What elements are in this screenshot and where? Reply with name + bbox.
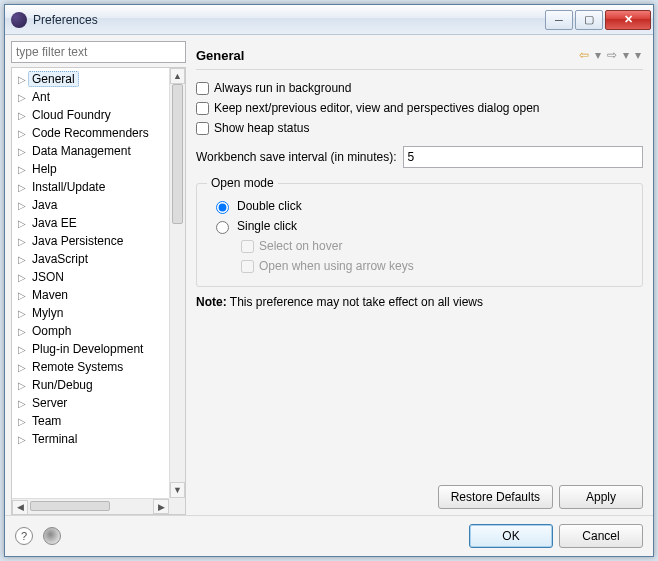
tree-item[interactable]: ▷Ant: [12, 88, 169, 106]
save-interval-input[interactable]: [403, 146, 643, 168]
page-nav: ⇦ ▾ ⇨ ▾ ▾: [577, 48, 643, 62]
tree-item[interactable]: ▷Java EE: [12, 214, 169, 232]
expand-icon[interactable]: ▷: [18, 218, 28, 229]
tree-horizontal-scrollbar[interactable]: ◀ ▶: [12, 498, 169, 514]
radio-label: Double click: [237, 199, 302, 213]
checkbox-label: Open when using arrow keys: [259, 259, 414, 273]
expand-icon[interactable]: ▷: [18, 290, 28, 301]
scroll-down-icon[interactable]: ▼: [170, 482, 185, 498]
tree-vertical-scrollbar[interactable]: ▲ ▼: [169, 68, 185, 498]
restore-defaults-button[interactable]: Restore Defaults: [438, 485, 553, 509]
minimize-button[interactable]: ─: [545, 10, 573, 30]
expand-icon[interactable]: ▷: [18, 308, 28, 319]
checkbox-input[interactable]: [196, 102, 209, 115]
expand-icon[interactable]: ▷: [18, 236, 28, 247]
tree-item-label: Code Recommenders: [28, 125, 153, 141]
scroll-thumb[interactable]: [172, 84, 183, 224]
expand-icon[interactable]: ▷: [18, 92, 28, 103]
back-menu-icon[interactable]: ▾: [593, 48, 603, 62]
expand-icon[interactable]: ▷: [18, 326, 28, 337]
tree-item-label: Cloud Foundry: [28, 107, 115, 123]
expand-icon[interactable]: ▷: [18, 146, 28, 157]
radio-input[interactable]: [216, 221, 229, 234]
checkbox-run-background[interactable]: Always run in background: [196, 78, 643, 98]
expand-icon[interactable]: ▷: [18, 254, 28, 265]
tree-item[interactable]: ▷Data Management: [12, 142, 169, 160]
tree-item[interactable]: ▷JavaScript: [12, 250, 169, 268]
expand-icon[interactable]: ▷: [18, 128, 28, 139]
tree-item[interactable]: ▷Plug-in Development: [12, 340, 169, 358]
radio-single-click[interactable]: Single click: [207, 216, 632, 236]
tree-item[interactable]: ▷Server: [12, 394, 169, 412]
tree-item[interactable]: ▷General: [12, 70, 169, 88]
checkbox-label: Show heap status: [214, 121, 309, 135]
back-icon[interactable]: ⇦: [577, 48, 591, 62]
scroll-up-icon[interactable]: ▲: [170, 68, 185, 84]
maximize-button[interactable]: ▢: [575, 10, 603, 30]
tree-item[interactable]: ▷Java: [12, 196, 169, 214]
expand-icon[interactable]: ▷: [18, 182, 28, 193]
tree-item[interactable]: ▷Install/Update: [12, 178, 169, 196]
checkbox-input[interactable]: [196, 122, 209, 135]
save-interval-label: Workbench save interval (in minutes):: [196, 150, 397, 164]
tree-item[interactable]: ▷Code Recommenders: [12, 124, 169, 142]
tree-item[interactable]: ▷Terminal: [12, 430, 169, 448]
checkbox-input[interactable]: [196, 82, 209, 95]
tree-item-label: Plug-in Development: [28, 341, 147, 357]
expand-icon[interactable]: ▷: [18, 74, 28, 85]
tree-item[interactable]: ▷Maven: [12, 286, 169, 304]
tree-item[interactable]: ▷Help: [12, 160, 169, 178]
expand-icon[interactable]: ▷: [18, 416, 28, 427]
tree-item[interactable]: ▷Remote Systems: [12, 358, 169, 376]
forward-menu-icon[interactable]: ▾: [621, 48, 631, 62]
expand-icon[interactable]: ▷: [18, 200, 28, 211]
expand-icon[interactable]: ▷: [18, 380, 28, 391]
window-title: Preferences: [33, 13, 545, 27]
help-icon[interactable]: ?: [15, 527, 33, 545]
tree-item[interactable]: ▷Java Persistence: [12, 232, 169, 250]
right-pane: General ⇦ ▾ ⇨ ▾ ▾ Always run in backgrou…: [192, 41, 647, 515]
note-label: Note:: [196, 295, 227, 309]
expand-icon[interactable]: ▷: [18, 164, 28, 175]
tree-item[interactable]: ▷Oomph: [12, 322, 169, 340]
scroll-right-icon[interactable]: ▶: [153, 499, 169, 514]
checkbox-keep-dialog[interactable]: Keep next/previous editor, view and pers…: [196, 98, 643, 118]
scroll-corner: [169, 498, 185, 514]
expand-icon[interactable]: ▷: [18, 398, 28, 409]
checkbox-heap-status[interactable]: Show heap status: [196, 118, 643, 138]
tree-item-label: General: [28, 71, 79, 87]
tree-item-label: Remote Systems: [28, 359, 127, 375]
filter-input[interactable]: [11, 41, 186, 63]
import-export-icon[interactable]: [43, 527, 61, 545]
checkbox-input: [241, 260, 254, 273]
tree-item-label: Ant: [28, 89, 54, 105]
expand-icon[interactable]: ▷: [18, 434, 28, 445]
apply-button[interactable]: Apply: [559, 485, 643, 509]
tree-item[interactable]: ▷JSON: [12, 268, 169, 286]
tree-item[interactable]: ▷Cloud Foundry: [12, 106, 169, 124]
checkbox-label: Keep next/previous editor, view and pers…: [214, 101, 540, 115]
ok-button[interactable]: OK: [469, 524, 553, 548]
note: Note: This preference may not take effec…: [196, 295, 643, 309]
cancel-button[interactable]: Cancel: [559, 524, 643, 548]
expand-icon[interactable]: ▷: [18, 362, 28, 373]
preference-tree[interactable]: ▷General▷Ant▷Cloud Foundry▷Code Recommen…: [11, 67, 186, 515]
preferences-window: Preferences ─ ▢ ✕ ▷General▷Ant▷Cloud Fou…: [4, 4, 654, 557]
tree-item-label: Java: [28, 197, 61, 213]
tree-item-label: Help: [28, 161, 61, 177]
radio-input[interactable]: [216, 201, 229, 214]
expand-icon[interactable]: ▷: [18, 272, 28, 283]
expand-icon[interactable]: ▷: [18, 110, 28, 121]
view-menu-icon[interactable]: ▾: [633, 48, 643, 62]
scroll-thumb[interactable]: [30, 501, 110, 511]
app-icon: [11, 12, 27, 28]
expand-icon[interactable]: ▷: [18, 344, 28, 355]
close-button[interactable]: ✕: [605, 10, 651, 30]
tree-item[interactable]: ▷Team: [12, 412, 169, 430]
radio-double-click[interactable]: Double click: [207, 196, 632, 216]
forward-icon[interactable]: ⇨: [605, 48, 619, 62]
tree-item[interactable]: ▷Mylyn: [12, 304, 169, 322]
titlebar[interactable]: Preferences ─ ▢ ✕: [5, 5, 653, 35]
scroll-left-icon[interactable]: ◀: [12, 500, 28, 515]
tree-item[interactable]: ▷Run/Debug: [12, 376, 169, 394]
